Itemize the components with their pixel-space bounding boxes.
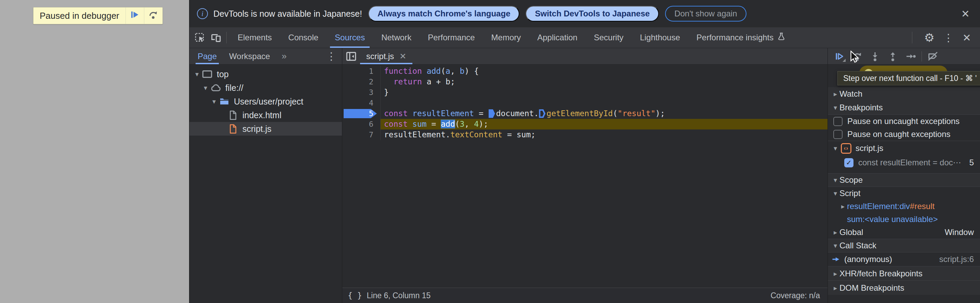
tab-elements[interactable]: Elements [229, 27, 280, 48]
step-over-banner-button[interactable] [144, 8, 162, 24]
tree-item-file-protocol[interactable]: ▾ file:// [189, 81, 342, 95]
resume-script-button[interactable] [830, 48, 848, 65]
caret-icon[interactable]: ▾ [193, 70, 201, 78]
code-line-text: const sum = add(3, 4); [380, 119, 827, 130]
tab-performance[interactable]: Performance [420, 27, 483, 48]
pause-on-caught-checkbox[interactable] [833, 130, 843, 139]
inline-breakpoint-marker-icon[interactable] [539, 109, 546, 118]
scope-global-row[interactable]: ▸ Global Window [828, 226, 980, 239]
call-stack-frame[interactable]: (anonymous) script.js:6 [828, 252, 980, 266]
more-options-icon[interactable]: ⋮ [943, 32, 954, 44]
code-line-text: resultElement.textContent = sum; [380, 130, 827, 140]
always-match-language-button[interactable]: Always match Chrome's language [368, 6, 520, 22]
line-number-gutter[interactable]: 7 [342, 130, 380, 140]
tab-performance-insights[interactable]: Performance insights [688, 27, 794, 48]
settings-gear-icon[interactable]: ⚙ [924, 31, 934, 44]
inline-breakpoint-marker-icon[interactable] [488, 109, 495, 118]
section-breakpoints[interactable]: ▾ Breakpoints [828, 101, 980, 114]
code-token: ); [655, 109, 665, 118]
tab-console[interactable]: Console [280, 27, 326, 48]
breakpoint-entry-row[interactable]: ✓ const resultElement = doc⋯ 5 [828, 155, 980, 170]
cursor-position: Line 6, Column 15 [367, 291, 431, 300]
folder-icon [218, 96, 231, 107]
tab-security[interactable]: Security [586, 27, 632, 48]
line-number-gutter[interactable]: 1 [342, 66, 380, 76]
inspect-element-icon[interactable] [194, 32, 205, 43]
line-number-gutter[interactable]: 6 [342, 119, 380, 130]
section-watch[interactable]: ▸ Watch [828, 87, 980, 101]
scope-script-row[interactable]: ▾ Script [828, 187, 980, 200]
section-scope[interactable]: ▾ Scope [828, 173, 980, 187]
tree-item-top[interactable]: ▾ top [189, 67, 342, 81]
navigator-tab-page[interactable]: Page [197, 48, 218, 64]
breakpoint-group-script-js[interactable]: ▾ ‹› script.js [828, 141, 980, 155]
tab-memory[interactable]: Memory [483, 27, 529, 48]
pause-on-caught-row: Pause on caught exceptions [828, 128, 980, 141]
code-line[interactable]: 2 return a + b; [342, 76, 827, 87]
tree-item-script-js[interactable]: script.js [189, 122, 342, 136]
paused-banner-label: Paused in debugger [33, 8, 126, 24]
resume-script-button[interactable] [126, 8, 144, 24]
code-line[interactable]: 6const sum = add(3, 4); [342, 119, 827, 130]
code-token: sum [412, 119, 427, 128]
step-button[interactable] [902, 48, 920, 65]
sources-navigator-pane: Page Workspace » ⋮ ▾ top ▾ [189, 48, 342, 303]
code-line[interactable]: 1function add(a, b) { [342, 66, 827, 76]
tab-lighthouse[interactable]: Lighthouse [632, 27, 688, 48]
editor-tab-script-js[interactable]: script.js ✕ [360, 48, 412, 64]
code-line[interactable]: 3} [342, 87, 827, 98]
step-into-button[interactable] [866, 48, 884, 65]
step-over-icon [148, 10, 158, 22]
section-dom-breakpoints[interactable]: ▸ DOM Breakpoints [828, 281, 980, 295]
more-tabs-icon[interactable]: » [282, 48, 286, 64]
line-number-gutter[interactable]: 4 [342, 98, 380, 108]
tree-item-project-folder[interactable]: ▾ Users/user/project [189, 95, 342, 108]
code-token: add [427, 67, 441, 76]
devtools-close-icon[interactable]: ✕ [963, 32, 971, 44]
notification-bar: i DevTools is now available in Japanese!… [189, 0, 980, 27]
scope-var-sum[interactable]: sum: <value unavailable> [828, 213, 980, 226]
pretty-print-icon[interactable]: { } [348, 291, 362, 300]
code-token: textContent [450, 130, 502, 139]
caret-icon[interactable]: ▾ [201, 84, 210, 92]
code-editor-pane: script.js ✕ 1function add(a, b) {2 retur… [342, 48, 827, 303]
main-toolbar: Elements Console Sources Network Perform… [189, 27, 980, 48]
resume-menu-caret [843, 59, 846, 62]
device-toolbar-icon[interactable] [210, 32, 221, 43]
tab-network[interactable]: Network [373, 27, 420, 48]
notification-close-icon[interactable]: ✕ [961, 8, 970, 20]
code-token: return [394, 77, 422, 86]
section-xhr-breakpoints[interactable]: ▸ XHR/fetch Breakpoints [828, 266, 980, 281]
code-line[interactable]: 7resultElement.textContent = sum; [342, 130, 827, 140]
code-token: 4 [474, 119, 479, 128]
line-number-gutter[interactable]: 3 [342, 87, 380, 98]
file-js-icon [227, 124, 239, 134]
switch-to-japanese-button[interactable]: Switch DevTools to Japanese [525, 6, 659, 22]
section-call-stack[interactable]: ▾ Call Stack [828, 239, 980, 252]
line-number-gutter[interactable]: 2 [342, 76, 380, 87]
scope-var-resultelement[interactable]: ▸ resultElement: div #result [828, 200, 980, 213]
caret-icon[interactable]: ▾ [210, 97, 218, 106]
global-scope-value: Window [945, 227, 974, 237]
dont-show-again-button[interactable]: Don't show again [665, 6, 746, 22]
tab-close-icon[interactable]: ✕ [399, 52, 406, 61]
breakpoint-marker[interactable]: 5 [342, 108, 380, 119]
deactivate-breakpoints-button[interactable] [924, 48, 942, 65]
step-out-button[interactable] [884, 48, 902, 65]
code-token [384, 77, 394, 86]
code-token: "result" [617, 109, 655, 118]
code-line[interactable]: 4 [342, 98, 827, 108]
code-token: document. [496, 109, 539, 118]
code-token: add [441, 119, 455, 128]
navigator-menu-icon[interactable]: ⋮ [326, 48, 336, 64]
breakpoint-enabled-checkbox[interactable]: ✓ [844, 158, 853, 167]
pause-on-uncaught-checkbox[interactable] [833, 117, 843, 126]
tree-item-index-html[interactable]: index.html [189, 108, 342, 122]
code-line[interactable]: 5const resultElement = document.getEleme… [342, 108, 827, 119]
code-token: a + b; [422, 77, 455, 86]
hide-navigator-icon[interactable] [342, 48, 360, 64]
navigator-tab-workspace[interactable]: Workspace [228, 48, 271, 64]
tab-application[interactable]: Application [529, 27, 585, 48]
tab-sources[interactable]: Sources [326, 27, 373, 48]
caret-icon: ▸ [831, 90, 840, 98]
